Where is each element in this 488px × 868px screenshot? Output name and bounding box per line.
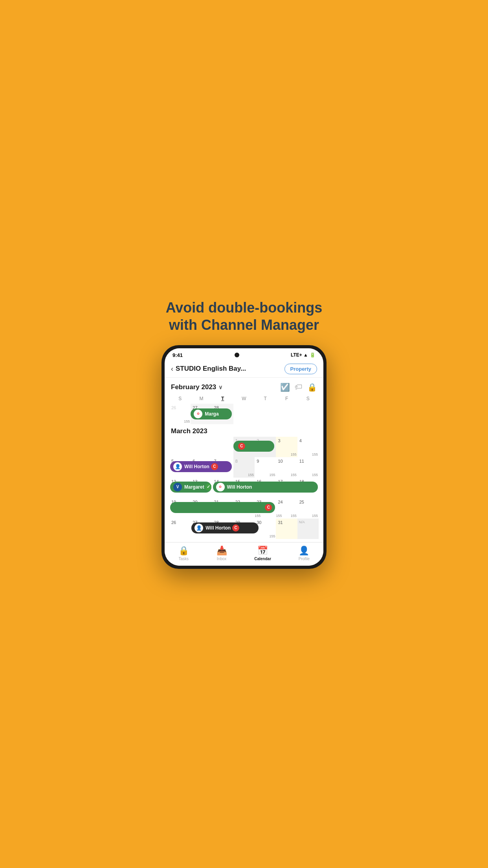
cal-cell-empty [255, 404, 276, 424]
cal-cell-empty [276, 404, 297, 424]
nav-tasks[interactable]: 🔒 Tasks [178, 546, 189, 561]
battery-indicator: 🔋 [310, 352, 316, 358]
phone-frame: 9:41 LTE+ ▲ 🔋 ‹ STUDIO English Bay... Pr… [161, 345, 327, 569]
march-row-3: 12 13 14 15 16 [169, 478, 319, 498]
tasks-label: Tasks [179, 557, 189, 561]
header-left: ‹ STUDIO English Bay... [171, 365, 284, 373]
booking-name: Will Horton [227, 484, 252, 490]
calendar-area: S M T W T F S 26 155 [165, 394, 323, 542]
march-section-label: March 2023 [169, 424, 319, 437]
day-header-mon: M [191, 394, 212, 403]
headline-line1: Avoid double-bookings [166, 299, 323, 316]
cancel-badge: C [265, 504, 272, 511]
cal-cell-empty [169, 437, 191, 457]
booking-name: Margaret [184, 484, 204, 490]
profile-icon: 👤 [299, 546, 309, 556]
price-label: 155 [276, 514, 282, 518]
month-dropdown-icon[interactable]: ∨ [218, 384, 222, 390]
nav-profile[interactable]: 👤 Profile [299, 546, 310, 561]
headline-line2: with Channel Manager [166, 316, 323, 333]
cal-cell-na[interactable]: N/A [297, 519, 319, 539]
back-button[interactable]: ‹ [171, 365, 173, 373]
page-wrapper: Avoid double-bookings with Channel Manag… [134, 299, 354, 568]
tag-icon[interactable]: 🏷 [295, 383, 303, 392]
cal-cell[interactable]: 8 155 [233, 457, 255, 478]
current-month-label: February 2023 [171, 383, 216, 391]
day-header-thu: T [255, 394, 276, 403]
day-headers: S M T W T F S [169, 394, 319, 403]
cal-cell-empty [191, 437, 212, 457]
booking-name: Will Horton [205, 525, 231, 531]
cal-cell[interactable]: 10 155 [276, 457, 297, 478]
price-label: 155 [255, 514, 261, 518]
person-avatar: 👤 [194, 524, 203, 532]
calendar-check-icon[interactable]: ☑️ [280, 383, 290, 392]
profile-label: Profile [299, 557, 310, 561]
cal-cell[interactable]: 4 155 [297, 437, 319, 457]
cancel-badge: C [211, 463, 218, 470]
day-header-tue: T [212, 394, 233, 403]
cal-cell-empty [297, 404, 319, 424]
page-title: STUDIO English Bay... [176, 365, 246, 373]
cal-cell-empty [212, 437, 233, 457]
tasks-icon: 🔒 [178, 546, 189, 556]
nav-calendar[interactable]: 📅 Calendar [254, 546, 271, 561]
cal-cell[interactable]: 11 155 [297, 457, 319, 478]
lock-icon[interactable]: 🔒 [307, 383, 317, 392]
day-header-fri: F [276, 394, 297, 403]
property-button[interactable]: Property [284, 364, 317, 374]
day-header-wed: W [233, 394, 255, 403]
network-indicator: LTE+ ▲ [291, 352, 308, 358]
cancel-badge: C [232, 524, 239, 531]
booking-name: Marga [205, 411, 218, 417]
cal-cell[interactable]: 3 155 [276, 437, 297, 457]
phone-screen: 9:41 LTE+ ▲ 🔋 ‹ STUDIO English Bay... Pr… [165, 348, 323, 566]
airbnb-avatar: ✿ [194, 410, 202, 418]
day-header-sat: S [297, 394, 319, 403]
status-time: 9:41 [172, 352, 183, 358]
month-selector[interactable]: February 2023 ∨ [171, 383, 222, 391]
calendar-label: Calendar [254, 557, 271, 561]
app-header: ‹ STUDIO English Bay... Property [165, 360, 323, 378]
bottom-nav: 🔒 Tasks 📥 Inbox 📅 Calendar 👤 Profile [165, 542, 323, 566]
status-icons: LTE+ ▲ 🔋 [291, 352, 316, 358]
check-badge: ✓ [205, 484, 211, 491]
inbox-icon: 📥 [216, 546, 227, 556]
headline: Avoid double-bookings with Channel Manag… [166, 299, 323, 333]
cal-cell[interactable]: 25 155 [297, 498, 319, 519]
calendar-toolbar-icons: ☑️ 🏷 🔒 [280, 383, 317, 392]
march-row-1: 1 2 3 155 4 155 [169, 437, 319, 457]
cal-cell-empty [233, 404, 255, 424]
feb-row-1: 26 155 27 28 [169, 404, 319, 424]
march-row-5: 26 27 28 29 30 155 [169, 519, 319, 539]
person-avatar: 👤 [173, 462, 182, 471]
cal-cell[interactable]: 31 [276, 519, 297, 539]
cal-cell[interactable]: 26 [169, 519, 191, 539]
vrbo-avatar: V [173, 483, 182, 491]
march-row-4: 19 20 21 22 23 [169, 498, 319, 519]
cal-cell[interactable]: 9 155 [255, 457, 276, 478]
booking-name: Will Horton [184, 464, 209, 469]
status-bar: 9:41 LTE+ ▲ 🔋 [165, 348, 323, 360]
nav-inbox[interactable]: 📥 Inbox [216, 546, 227, 561]
calendar-nav: February 2023 ∨ ☑️ 🏷 🔒 [165, 378, 323, 394]
calendar-nav-icon: 📅 [257, 546, 268, 556]
cancel-badge: C [238, 443, 245, 450]
camera-notch [235, 353, 239, 357]
march-row-2: 5 6 7 8 155 9 [169, 457, 319, 478]
airbnb-avatar: ✿ [216, 483, 225, 491]
cal-cell[interactable]: 26 155 [169, 404, 191, 424]
inbox-label: Inbox [217, 557, 226, 561]
day-header-sun: S [169, 394, 191, 403]
